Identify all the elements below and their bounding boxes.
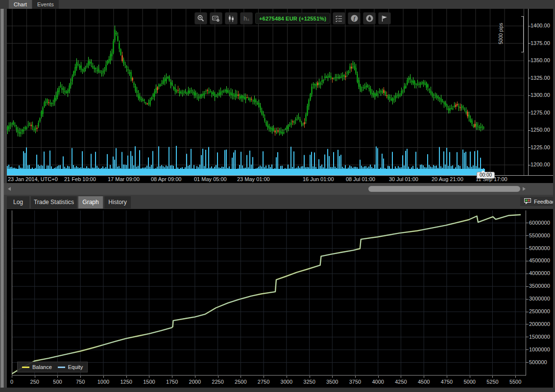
chart-settings-icon bbox=[212, 15, 220, 23]
chart-settings-button[interactable] bbox=[210, 12, 222, 24]
equity-tick-mark bbox=[526, 312, 529, 312]
trade-tick-mark bbox=[35, 376, 35, 378]
equity-axis-label: 3000000 bbox=[529, 296, 550, 301]
price-axis-line[interactable] bbox=[528, 9, 529, 176]
trade-tick-mark bbox=[218, 376, 218, 378]
trade-axis-label: 4750 bbox=[436, 379, 458, 385]
pips-scale-bracket bbox=[521, 16, 524, 52]
tab-events[interactable]: Events bbox=[32, 0, 59, 9]
legend-label: Equity bbox=[68, 364, 83, 370]
timeframe-sub-label: 4 bbox=[247, 18, 249, 22]
trade-axis-label: 750 bbox=[70, 379, 91, 385]
equity-axis-label: 2500000 bbox=[529, 308, 550, 314]
trade-tick-mark bbox=[332, 376, 333, 378]
equity-axis-label: 6000000 bbox=[529, 220, 550, 226]
equity-axis-label: 2000000 bbox=[529, 321, 550, 327]
trade-tick-mark bbox=[80, 376, 81, 378]
price-axis-label: 1200.00 bbox=[531, 161, 550, 167]
trade-axis-label: 2250 bbox=[207, 379, 229, 385]
equity-tick-mark bbox=[526, 248, 529, 249]
window-right-frame bbox=[553, 9, 555, 388]
fx-button[interactable]: f bbox=[348, 12, 361, 24]
profit-readout: +6275484 EUR (+12551%) bbox=[255, 13, 330, 24]
scroll-right-arrow-icon[interactable] bbox=[523, 187, 526, 191]
tab-chart[interactable]: Chart bbox=[9, 0, 32, 9]
droplet-circle-icon bbox=[365, 14, 374, 23]
candlestick-plot[interactable] bbox=[7, 9, 524, 176]
price-chart-area[interactable]: 5000 pips bbox=[7, 9, 555, 176]
legend-label: Balance bbox=[32, 364, 52, 370]
price-axis-label: 1325.00 bbox=[531, 75, 550, 81]
trade-tick-mark bbox=[287, 376, 287, 378]
trade-axis-label: 1250 bbox=[116, 379, 137, 385]
trade-tick-mark bbox=[195, 376, 195, 378]
colors-button[interactable] bbox=[363, 12, 376, 24]
timeframe-label: h bbox=[243, 15, 247, 22]
tab-graph[interactable]: Graph bbox=[78, 196, 103, 208]
chart-style-button[interactable] bbox=[225, 12, 238, 24]
trade-axis-label: 3000 bbox=[276, 379, 297, 385]
bottom-tabbar: Log Trade Statistics Graph History Feedb… bbox=[4, 195, 555, 209]
time-axis-label: 17 Mar 09:00 bbox=[108, 176, 140, 182]
fx-circle-icon: f bbox=[350, 14, 359, 23]
equity-tick-mark bbox=[526, 349, 529, 350]
checklist-button[interactable] bbox=[333, 12, 345, 24]
equity-axis-label: 500000 bbox=[529, 359, 547, 365]
price-xaxis-labels: 23 Jan 2014, UTC+021 Feb 10:0017 Mar 09:… bbox=[7, 176, 555, 183]
time-axis-label: 30 Jul 01:00 bbox=[389, 176, 418, 182]
equity-plot[interactable] bbox=[12, 210, 526, 376]
equity-tick-mark bbox=[526, 235, 529, 236]
trade-axis-label: 2000 bbox=[184, 379, 206, 385]
profit-text: +6275484 EUR (+12551%) bbox=[259, 16, 326, 22]
time-axis-label: 08 Apr 09:00 bbox=[151, 176, 181, 182]
graph-legend: BalanceEquity bbox=[17, 362, 88, 372]
trade-tick-mark bbox=[470, 376, 470, 378]
price-axis-label: 1375.00 bbox=[531, 40, 550, 46]
trade-tick-mark bbox=[310, 376, 310, 378]
equity-tick-mark bbox=[526, 362, 529, 363]
equity-tick-mark bbox=[526, 324, 529, 324]
window-bottom-frame bbox=[0, 388, 555, 392]
trade-tick-mark bbox=[378, 376, 379, 378]
trade-axis-label: 3250 bbox=[299, 379, 320, 385]
trade-axis-label: 1750 bbox=[161, 379, 183, 385]
tab-history[interactable]: History bbox=[104, 196, 131, 208]
chart-toolbar: h 4 +6275484 EUR (+12551%) f bbox=[194, 12, 391, 24]
scrollbar-thumb[interactable] bbox=[368, 186, 520, 192]
time-axis-label: 20 Aug 21:00 bbox=[432, 176, 463, 182]
trade-axis-label: 0 bbox=[1, 379, 23, 385]
trade-axis-label: 5250 bbox=[482, 379, 503, 385]
candlestick-icon bbox=[227, 15, 235, 23]
trade-tick-mark bbox=[447, 376, 447, 378]
trade-tick-mark bbox=[401, 376, 401, 378]
flag-button[interactable] bbox=[378, 12, 391, 24]
price-axis-label: 1300.00 bbox=[531, 92, 550, 98]
trade-tick-mark bbox=[264, 376, 264, 378]
trade-tick-mark bbox=[355, 376, 356, 378]
time-axis-label: 16 Jun 01:00 bbox=[303, 176, 334, 182]
feedback-label: Feedback bbox=[534, 199, 555, 205]
price-axis-label: 1350.00 bbox=[531, 57, 550, 63]
equity-tick-mark bbox=[526, 223, 529, 223]
equity-tick-mark bbox=[526, 274, 529, 274]
trade-axis-label: 3750 bbox=[344, 379, 366, 385]
chart-hscrollbar[interactable] bbox=[4, 183, 555, 195]
trade-tick-mark bbox=[12, 376, 12, 378]
scroll-left-arrow-icon[interactable] bbox=[8, 187, 11, 191]
tab-trade-statistics[interactable]: Trade Statistics bbox=[31, 196, 77, 208]
trade-axis-label: 2750 bbox=[253, 379, 274, 385]
price-axis-label: 1275.00 bbox=[531, 110, 550, 115]
timeframe-button[interactable]: h 4 bbox=[240, 12, 253, 24]
tab-log[interactable]: Log bbox=[7, 196, 29, 208]
trade-axis-label: 4250 bbox=[390, 379, 411, 385]
legend-item: Balance bbox=[22, 364, 52, 370]
equity-tick-mark bbox=[526, 299, 529, 300]
zoom-in-button[interactable] bbox=[194, 12, 207, 24]
trade-axis-label: 1000 bbox=[93, 379, 114, 385]
trade-tick-mark bbox=[172, 376, 172, 378]
equity-graph-area[interactable]: BalanceEquity 60000005500000500000045000… bbox=[7, 209, 555, 388]
price-axis-label: 1400.00 bbox=[531, 23, 550, 28]
trade-axis-label: 4000 bbox=[367, 379, 389, 385]
time-axis-label: 08 Jul 01:00 bbox=[346, 176, 375, 182]
feedback-button[interactable]: Feedback bbox=[520, 197, 555, 206]
